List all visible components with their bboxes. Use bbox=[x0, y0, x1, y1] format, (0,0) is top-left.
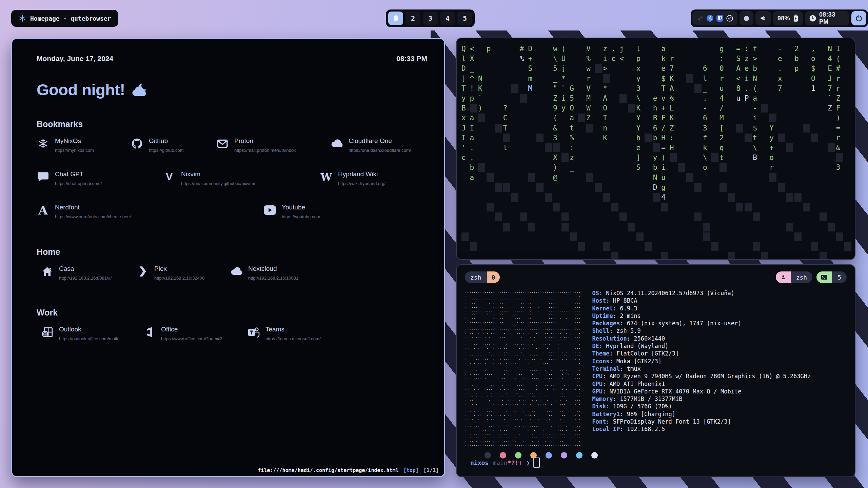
matrix-glyph: g bbox=[719, 44, 724, 54]
qutebrowser-window[interactable]: Monday, June 17, 2024 08:33 PM Good nigh… bbox=[11, 38, 445, 477]
matrix-glyph: k bbox=[661, 54, 666, 63]
workspace-1[interactable] bbox=[388, 12, 403, 25]
bookmark-plex[interactable]: Plexhttp://192.168.2.16:32400 bbox=[136, 265, 204, 281]
bookmark-nextcloud[interactable]: Nextcloudhttp://192.168.2.16:10081 bbox=[230, 265, 298, 281]
matrix-glyph: M bbox=[528, 84, 532, 93]
matrix-trail-block bbox=[811, 242, 818, 251]
wiki-icon: W bbox=[320, 170, 333, 183]
matrix-glyph: 4 bbox=[828, 54, 832, 63]
fetch-line-local-ip: Local IP: 192.168.2.5 bbox=[592, 425, 811, 433]
matrix-glyph: = bbox=[661, 143, 666, 152]
fetch-line-de: DE: Hyprland (Wayland) bbox=[592, 342, 811, 350]
power-button[interactable] bbox=[851, 11, 866, 25]
tmux-status-pill-zsh[interactable]: zsh bbox=[776, 271, 813, 283]
matrix-glyph: 3 bbox=[636, 84, 641, 93]
tmux-window-pill[interactable]: zsh 0 bbox=[465, 271, 500, 283]
matrix-glyph: x bbox=[461, 114, 466, 123]
bookmark-proton[interactable]: Protonhttps://mail.proton.me/u/0/inbox bbox=[216, 137, 296, 153]
palette-color-7 bbox=[591, 452, 598, 459]
bookmark-nerdfont[interactable]: ANerdfonthttps://www.nerdfonts.com/cheat… bbox=[37, 204, 131, 219]
matrix-trail-block bbox=[461, 232, 469, 241]
bookmark-office[interactable]: Officehttps://www.office.com/?auth=2 bbox=[143, 326, 222, 341]
fetch-label: Resolution bbox=[592, 335, 627, 342]
matrix-trail-block bbox=[586, 124, 593, 133]
bookmark-hyprland-wiki[interactable]: WHyprland Wikihttps://wiki.hyprland.org/ bbox=[320, 170, 386, 186]
fetch-terminal-window[interactable]: zsh 0 zsh5 ·····························… bbox=[456, 264, 855, 477]
bookmark-github[interactable]: Githubhttps://github.com bbox=[131, 137, 184, 153]
prompt-host: nixos bbox=[470, 459, 489, 466]
fetch-value: : 6.9.3 bbox=[613, 305, 637, 312]
bookmark-mynixos[interactable]: MyNixOshttps://mynixos.com bbox=[37, 137, 94, 153]
matrix-glyph: G bbox=[570, 84, 574, 93]
matrix-glyph: r bbox=[836, 74, 841, 83]
matrix-trail-block bbox=[753, 242, 760, 251]
matrix-glyph: T bbox=[603, 114, 607, 123]
bookmark-teams[interactable]: Teamshttps://teams.microsoft.com/_ bbox=[247, 326, 323, 341]
shell-prompt[interactable]: nixos main *?!+ ❯ bbox=[470, 458, 540, 468]
bookmark-url: https://nix-community.github.io/nixvim/ bbox=[181, 181, 255, 186]
matrix-glyph: m bbox=[528, 74, 532, 83]
matrix-trail-block bbox=[694, 212, 702, 221]
matrix-glyph: x bbox=[636, 64, 641, 73]
matrix-glyph: w bbox=[553, 44, 557, 54]
workspace-3[interactable]: 3 bbox=[423, 12, 438, 25]
fetch-label: OS bbox=[592, 290, 599, 297]
matrix-glyph: l bbox=[461, 54, 466, 63]
matrix-glyph: < bbox=[470, 44, 474, 54]
bookmark-nixvim[interactable]: VNixvimhttps://nix-community.github.io/n… bbox=[163, 170, 255, 186]
fetch-line-cpu: CPU: AMD Ryzen 9 7940HS w/ Radeon 780M G… bbox=[592, 372, 811, 380]
matrix-trail-block bbox=[536, 134, 544, 142]
bookmark-outlook[interactable]: Outlookhttps://outlook.office.com/mail/ bbox=[41, 326, 118, 341]
volume-segment[interactable] bbox=[755, 11, 771, 25]
matrix-trail-block bbox=[836, 153, 843, 162]
fetch-line-battery1: Battery1: 98% [Charging] bbox=[592, 410, 811, 418]
bookmark-casa[interactable]: Casahttp://192.168.2.16:8081/#/ bbox=[41, 265, 112, 281]
workspace-4[interactable]: 4 bbox=[440, 12, 455, 25]
bookmark-chat-gpt[interactable]: Chat GPThttps://chat.openai.com/ bbox=[37, 170, 102, 186]
matrix-trail-block bbox=[645, 242, 652, 251]
matrix-glyph: . bbox=[470, 143, 474, 152]
matrix-glyph: . bbox=[611, 44, 616, 54]
matrix-trail-block bbox=[761, 104, 768, 113]
matrix-glyph: ) bbox=[661, 153, 666, 162]
workspace-2[interactable]: 2 bbox=[406, 12, 420, 25]
bookmark-url: http://192.168.2.16:8081/#/ bbox=[59, 276, 112, 281]
matrix-glyph: i bbox=[753, 114, 757, 123]
matrix-glyph: D bbox=[528, 44, 532, 54]
battery-segment[interactable]: 98% bbox=[773, 11, 803, 25]
bookmark-cloudflare-one[interactable]: Cloudflare Onehttps://one.dash.cloudflar… bbox=[330, 137, 411, 153]
user-icon bbox=[776, 271, 791, 283]
workspace-switcher: 2345 bbox=[386, 9, 475, 27]
bookmark-youtube[interactable]: Youtubehttps://youtube.com bbox=[263, 204, 320, 219]
tmux-status-pill-5[interactable]: 5 bbox=[816, 271, 847, 283]
cmatrix-terminal-window[interactable]: QlD]TyBxJI'c<X_^!pBaIa..baNK`)%p?CT5l#%D… bbox=[456, 38, 855, 260]
workspace-5[interactable]: 5 bbox=[457, 12, 472, 25]
matrix-trail-block bbox=[786, 143, 793, 152]
chat-icon bbox=[37, 170, 50, 183]
matrix-trail-block bbox=[603, 242, 610, 251]
sync-arrows-icon bbox=[697, 15, 704, 22]
clock-segment[interactable]: 08:33 PM bbox=[805, 11, 849, 25]
matrix-glyph: A bbox=[670, 84, 674, 93]
matrix-glyph: y bbox=[461, 94, 466, 103]
matrix-glyph: : bbox=[670, 134, 674, 143]
tray-icons-segment[interactable] bbox=[692, 11, 737, 25]
active-window-title-pill[interactable]: Homepage - qutebrowser bbox=[11, 10, 118, 27]
matrix-trail-block bbox=[511, 84, 518, 93]
recorder-segment[interactable] bbox=[739, 11, 753, 25]
bookmark-url: https://one.dash.cloudflare.com/ bbox=[349, 148, 411, 153]
matrix-glyph: e bbox=[653, 94, 657, 103]
matrix-glyph: a bbox=[470, 114, 474, 123]
matrix-glyph: Z bbox=[836, 94, 841, 103]
fetch-label: Host bbox=[592, 297, 606, 304]
terminal-cursor[interactable] bbox=[533, 458, 540, 468]
matrix-trail-block bbox=[745, 203, 752, 211]
matrix-glyph: f bbox=[753, 44, 757, 54]
system-tray-pill: 98% 08:33 PM bbox=[691, 9, 868, 27]
bookmark-url: http://192.168.2.16:10081 bbox=[248, 276, 298, 281]
matrix-glyph: & bbox=[553, 124, 557, 133]
matrix-glyph: 3 bbox=[703, 124, 707, 133]
matrix-glyph: J bbox=[461, 124, 466, 133]
matrix-glyph: x bbox=[778, 74, 782, 83]
record-dot-icon bbox=[744, 16, 749, 21]
